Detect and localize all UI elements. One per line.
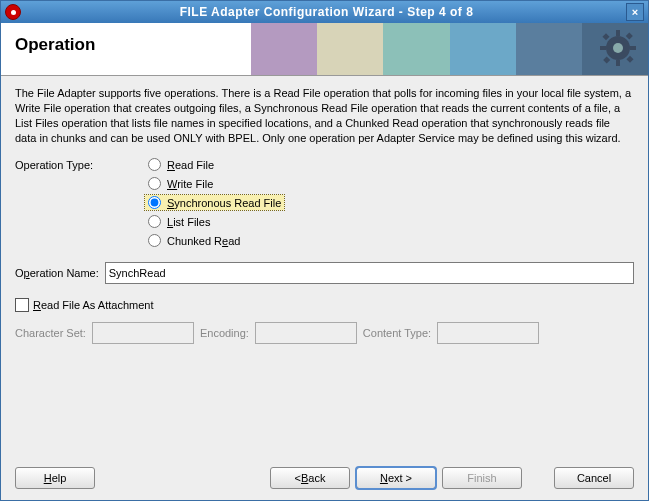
close-icon[interactable]: × xyxy=(626,3,644,21)
radio-chunked-read[interactable]: Chunked Read xyxy=(145,233,284,248)
content-type-input xyxy=(437,322,539,344)
svg-point-1 xyxy=(613,43,623,53)
read-file-as-attachment-label: Read File As Attachment xyxy=(33,299,153,311)
svg-rect-3 xyxy=(616,60,620,66)
svg-rect-2 xyxy=(616,30,620,36)
svg-rect-9 xyxy=(626,56,633,63)
back-button[interactable]: < Back xyxy=(270,467,350,489)
encoding-input xyxy=(255,322,357,344)
description-text: The File Adapter supports five operation… xyxy=(15,86,634,145)
operation-type-group: Read File Write File Synchronous Read Fi… xyxy=(145,157,284,248)
character-set-input xyxy=(92,322,194,344)
cancel-button[interactable]: Cancel xyxy=(554,467,634,489)
content-area: The File Adapter supports five operation… xyxy=(1,76,648,456)
gear-icon xyxy=(598,28,638,68)
wizard-footer: Help < Back Next > Finish Cancel xyxy=(1,456,648,500)
app-icon xyxy=(5,4,21,20)
help-button[interactable]: Help xyxy=(15,467,95,489)
banner: Operation xyxy=(1,23,648,76)
radio-write-file-input[interactable] xyxy=(148,177,161,190)
titlebar: FILE Adapter Configuration Wizard - Step… xyxy=(1,1,648,23)
svg-rect-4 xyxy=(600,46,606,50)
radio-read-file[interactable]: Read File xyxy=(145,157,284,172)
read-file-as-attachment-checkbox[interactable]: Read File As Attachment xyxy=(15,298,634,312)
radio-list-files-input[interactable] xyxy=(148,215,161,228)
window-title: FILE Adapter Configuration Wizard - Step… xyxy=(27,5,626,19)
radio-synchronous-read-file[interactable]: Synchronous Read File xyxy=(145,195,284,210)
radio-synchronous-read-file-input[interactable] xyxy=(148,196,161,209)
svg-rect-8 xyxy=(603,56,610,63)
finish-button: Finish xyxy=(442,467,522,489)
radio-list-files[interactable]: List Files xyxy=(145,214,284,229)
operation-type-label: Operation Type: xyxy=(15,157,145,171)
next-button[interactable]: Next > xyxy=(356,467,436,489)
page-title: Operation xyxy=(15,35,95,55)
content-type-label: Content Type: xyxy=(363,327,431,339)
character-set-label: Character Set: xyxy=(15,327,86,339)
encoding-label: Encoding: xyxy=(200,327,249,339)
radio-read-file-input[interactable] xyxy=(148,158,161,171)
attachment-options: Character Set: Encoding: Content Type: xyxy=(15,322,634,344)
checkbox-icon[interactable] xyxy=(15,298,29,312)
radio-write-file[interactable]: Write File xyxy=(145,176,284,191)
svg-rect-7 xyxy=(626,32,633,39)
svg-rect-5 xyxy=(630,46,636,50)
radio-chunked-read-input[interactable] xyxy=(148,234,161,247)
operation-name-label: Operation Name: xyxy=(15,267,99,279)
operation-name-input[interactable] xyxy=(105,262,634,284)
svg-rect-6 xyxy=(602,33,609,40)
